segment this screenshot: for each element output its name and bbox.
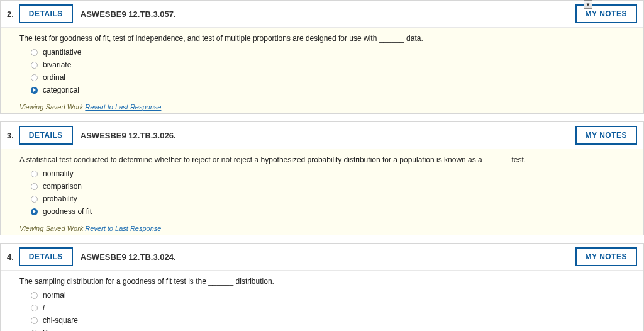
details-button[interactable]: DETAILS bbox=[19, 126, 73, 145]
question-prompt: A statistical test conducted to determin… bbox=[19, 155, 625, 164]
choice-item[interactable]: bivariate bbox=[31, 60, 625, 69]
question-header: 4.DETAILSASWESBE9 12.TB.3.024.MY NOTES bbox=[1, 244, 643, 271]
radio-unselected-icon[interactable] bbox=[31, 74, 38, 81]
choice-list: normalitycomparisonprobabilitygoodness o… bbox=[19, 169, 625, 216]
choice-item[interactable]: quantitative bbox=[31, 48, 625, 57]
question-block: 3.DETAILSASWESBE9 12.TB.3.026.MY NOTESA … bbox=[0, 121, 644, 235]
viewing-saved-label: Viewing Saved Work bbox=[19, 225, 83, 232]
choice-label: bivariate bbox=[43, 60, 71, 69]
saved-work-bar: Viewing Saved Work Revert to Last Respon… bbox=[1, 222, 643, 235]
radio-unselected-icon[interactable] bbox=[31, 171, 38, 177]
choice-label: quantitative bbox=[43, 48, 81, 57]
choice-item[interactable]: categorical bbox=[31, 86, 625, 94]
revert-link[interactable]: Revert to Last Response bbox=[85, 103, 161, 111]
radio-unselected-icon[interactable] bbox=[31, 196, 38, 203]
page-container: ▼ 2.DETAILSASWESBE9 12.TB.3.057.MY NOTES… bbox=[0, 0, 644, 331]
question-code: ASWESBE9 12.TB.3.057. bbox=[80, 9, 176, 19]
question-code: ASWESBE9 12.TB.3.026. bbox=[80, 131, 176, 140]
choice-item[interactable]: chi-square bbox=[31, 316, 625, 325]
dropdown-indicator[interactable]: ▼ bbox=[584, 0, 592, 9]
details-button[interactable]: DETAILS bbox=[19, 4, 73, 23]
question-number: 2. bbox=[7, 9, 14, 19]
choice-item[interactable]: ordinal bbox=[31, 73, 625, 82]
radio-unselected-icon[interactable] bbox=[31, 49, 38, 56]
revert-link[interactable]: Revert to Last Response bbox=[85, 225, 161, 232]
question-header: 3.DETAILSASWESBE9 12.TB.3.026.MY NOTES bbox=[1, 122, 643, 149]
radio-unselected-icon[interactable] bbox=[31, 62, 38, 69]
radio-selected-icon[interactable] bbox=[31, 208, 38, 215]
question-block: 2.DETAILSASWESBE9 12.TB.3.057.MY NOTESTh… bbox=[0, 0, 644, 114]
radio-unselected-icon[interactable] bbox=[31, 317, 38, 324]
choice-item[interactable]: goodness of fit bbox=[31, 207, 625, 216]
my-notes-button[interactable]: MY NOTES bbox=[575, 126, 637, 145]
choice-item[interactable]: t bbox=[31, 303, 625, 312]
question-prompt: The sampling distribution for a goodness… bbox=[19, 277, 625, 286]
viewing-saved-label: Viewing Saved Work bbox=[19, 103, 83, 111]
choice-label: normality bbox=[43, 169, 74, 178]
question-block: 4.DETAILSASWESBE9 12.TB.3.024.MY NOTESTh… bbox=[0, 243, 644, 331]
choice-item[interactable]: normality bbox=[31, 169, 625, 178]
radio-unselected-icon[interactable] bbox=[31, 183, 38, 190]
choice-label: categorical bbox=[43, 86, 79, 94]
choice-item[interactable]: comparison bbox=[31, 182, 625, 191]
choice-label: ordinal bbox=[43, 73, 65, 82]
choice-item[interactable]: probability bbox=[31, 194, 625, 203]
question-number: 3. bbox=[7, 131, 14, 140]
choice-list: quantitativebivariateordinalcategorical bbox=[19, 48, 625, 94]
details-button[interactable]: DETAILS bbox=[19, 247, 73, 266]
radio-unselected-icon[interactable] bbox=[31, 305, 38, 311]
question-prompt: The test for goodness of fit, test of in… bbox=[19, 34, 625, 43]
question-body: A statistical test conducted to determin… bbox=[1, 149, 643, 222]
choice-item[interactable]: Poisson bbox=[31, 328, 625, 331]
choice-label: chi-square bbox=[43, 316, 78, 325]
choice-label: comparison bbox=[43, 182, 82, 191]
my-notes-button[interactable]: MY NOTES bbox=[575, 247, 637, 266]
question-code: ASWESBE9 12.TB.3.024. bbox=[80, 252, 176, 262]
choice-list: normaltchi-squarePoisson bbox=[19, 291, 625, 331]
question-header: 2.DETAILSASWESBE9 12.TB.3.057.MY NOTES bbox=[1, 1, 643, 28]
question-body: The test for goodness of fit, test of in… bbox=[1, 28, 643, 101]
choice-label: t bbox=[43, 303, 45, 312]
choice-label: Poisson bbox=[43, 328, 70, 331]
choice-label: normal bbox=[43, 291, 66, 300]
radio-unselected-icon[interactable] bbox=[31, 292, 38, 299]
saved-work-bar: Viewing Saved Work Revert to Last Respon… bbox=[1, 101, 643, 113]
radio-selected-icon[interactable] bbox=[31, 87, 38, 94]
choice-item[interactable]: normal bbox=[31, 291, 625, 300]
question-body: The sampling distribution for a goodness… bbox=[1, 271, 643, 331]
choice-label: goodness of fit bbox=[43, 207, 92, 216]
question-number: 4. bbox=[7, 252, 14, 262]
choice-label: probability bbox=[43, 194, 77, 203]
